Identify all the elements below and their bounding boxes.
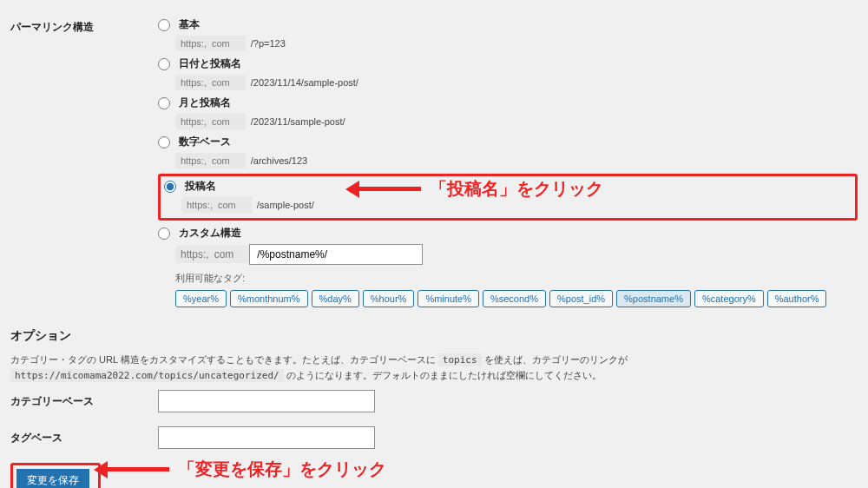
arrow-icon <box>356 187 421 191</box>
save-button[interactable]: 変更を保存 <box>16 469 89 488</box>
url-prefix: https:, <box>175 36 212 51</box>
url-domain: com <box>212 36 246 51</box>
desc-part-c: のようになります。デフォルトのままにしたければ空欄にしてください。 <box>284 370 602 380</box>
url-domain: com <box>212 153 246 168</box>
annotation-save: 「変更を保存」をクリック <box>104 458 386 481</box>
desc-code-topics: topics <box>438 353 482 366</box>
category-base-label: カテゴリーベース <box>10 394 158 409</box>
options-heading: オプション <box>10 328 858 344</box>
tag-category[interactable]: %category% <box>694 290 764 307</box>
annotation-postname: 「投稿名」をクリック <box>356 177 603 201</box>
radio-item-monthpostname: 月と投稿名 https:, com /2023/11/sample-post/ <box>158 96 858 129</box>
url-prefix: https:, <box>175 246 214 263</box>
example-daypostname: https:, com /2023/11/14/sample-post/ <box>175 75 858 90</box>
tag-postname[interactable]: %postname% <box>616 290 691 307</box>
options-description: カテゴリー・タグの URL 構造をカスタマイズすることもできます。たとえば、カテ… <box>10 353 858 383</box>
tag-author[interactable]: %author% <box>767 290 827 307</box>
tag-buttons: %year% %monthnum% %day% %hour% %minute% … <box>175 290 858 307</box>
tag-base-input[interactable] <box>158 426 375 449</box>
permalink-structure-row: パーマリンク構造 基本 https:, com /?p=123 日付と投稿名 <box>10 17 858 307</box>
url-suffix: /?p=123 <box>246 36 291 51</box>
radio-item-daypostname: 日付と投稿名 https:, com /2023/11/14/sample-po… <box>158 56 858 90</box>
tag-hour[interactable]: %hour% <box>363 290 415 307</box>
radio-group: 基本 https:, com /?p=123 日付と投稿名 https:, co… <box>158 17 858 307</box>
tags-label: 利用可能なタグ: <box>175 272 858 285</box>
url-prefix: https:, <box>175 114 212 129</box>
category-base-input[interactable] <box>158 390 375 412</box>
radio-custom[interactable] <box>158 228 170 240</box>
radio-daypostname[interactable] <box>158 58 170 70</box>
arrow-icon <box>104 467 169 472</box>
permalink-label: パーマリンク構造 <box>10 17 158 35</box>
radio-monthpostname[interactable] <box>158 97 170 109</box>
url-prefix: https:, <box>181 197 218 213</box>
url-domain: com <box>212 75 246 90</box>
tag-day[interactable]: %day% <box>312 290 359 307</box>
example-plain: https:, com /?p=123 <box>175 36 858 51</box>
annotation-text-1: 「投稿名」をクリック <box>430 177 603 201</box>
radio-daypostname-label[interactable]: 日付と投稿名 <box>179 56 241 71</box>
radio-plain-label[interactable]: 基本 <box>179 17 200 32</box>
radio-postname[interactable] <box>164 181 176 193</box>
save-area-highlight: 変更を保存 <box>10 463 101 488</box>
radio-plain[interactable] <box>158 19 170 31</box>
radio-numeric[interactable] <box>158 136 170 148</box>
radio-item-plain: 基本 https:, com /?p=123 <box>158 17 858 51</box>
tag-minute[interactable]: %minute% <box>418 290 479 307</box>
url-domain: com <box>212 114 246 129</box>
tag-year[interactable]: %year% <box>175 290 227 307</box>
example-numeric: https:, com /archives/123 <box>175 153 858 168</box>
desc-part-b: を使えば、カテゴリーのリンクが <box>482 354 628 365</box>
tag-base-row: タグベース <box>10 426 858 449</box>
custom-row: https:, com <box>175 244 858 265</box>
tag-monthnum[interactable]: %monthnum% <box>230 290 308 307</box>
custom-structure-input[interactable] <box>249 244 423 265</box>
url-suffix: /2023/11/14/sample-post/ <box>246 75 364 90</box>
url-suffix: /sample-post/ <box>252 197 319 213</box>
radio-numeric-label[interactable]: 数字ベース <box>179 135 231 149</box>
url-suffix: /archives/123 <box>246 153 312 168</box>
annotation-text-2: 「変更を保存」をクリック <box>178 458 386 481</box>
permalink-options: 基本 https:, com /?p=123 日付と投稿名 https:, co… <box>158 17 858 307</box>
category-base-row: カテゴリーベース <box>10 390 858 412</box>
desc-code-url: https://micomama2022.com/topics/uncatego… <box>10 369 284 382</box>
radio-postname-label[interactable]: 投稿名 <box>185 179 216 194</box>
radio-item-numeric: 数字ベース https:, com /archives/123 <box>158 135 858 168</box>
radio-monthpostname-label[interactable]: 月と投稿名 <box>179 96 231 110</box>
tag-second[interactable]: %second% <box>483 290 546 307</box>
url-domain: com <box>218 197 252 213</box>
tag-base-label: タグベース <box>10 431 158 445</box>
desc-part-a: カテゴリー・タグの URL 構造をカスタマイズすることもできます。たとえば、カテ… <box>10 354 438 365</box>
url-suffix: /2023/11/sample-post/ <box>246 114 351 129</box>
url-prefix: https:, <box>175 153 212 168</box>
example-monthpostname: https:, com /2023/11/sample-post/ <box>175 114 858 129</box>
url-domain: com <box>214 246 250 263</box>
radio-custom-label[interactable]: カスタム構造 <box>179 226 241 241</box>
radio-item-custom: カスタム構造 https:, com 利用可能なタグ: %year% %mont… <box>158 226 858 307</box>
url-prefix: https:, <box>175 75 212 90</box>
tag-postid[interactable]: %post_id% <box>549 290 613 307</box>
